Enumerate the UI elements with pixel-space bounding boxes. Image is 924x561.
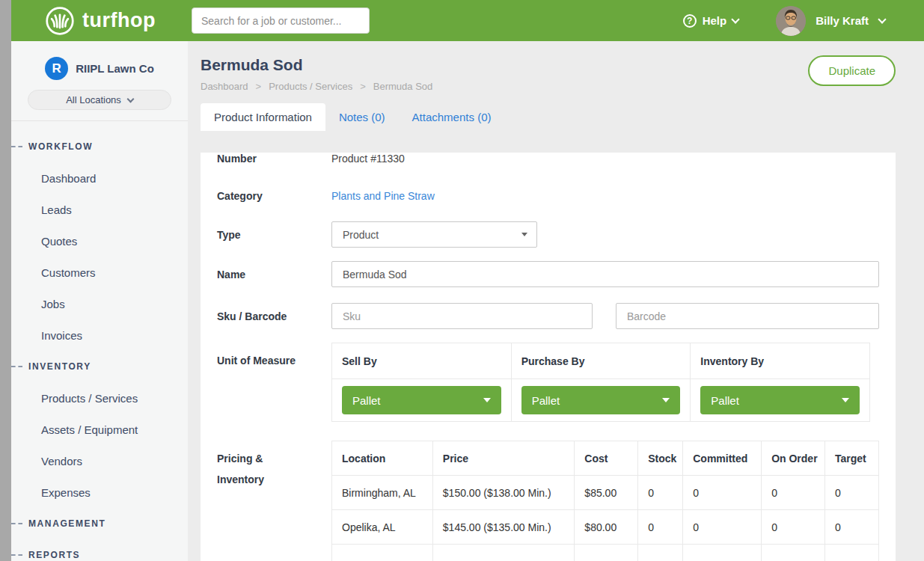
committed-cell: 0	[683, 510, 762, 545]
field-row-unit-of-measure: Unit of Measure Sell By Purchase By Inve…	[217, 343, 879, 422]
sidebar-divider	[11, 120, 188, 121]
target-cell	[825, 545, 879, 561]
target-cell: 0	[825, 510, 879, 545]
col-committed: Committed	[683, 441, 762, 476]
breadcrumb-dashboard[interactable]: Dashboard	[201, 81, 248, 92]
tab-notes[interactable]: Notes (0)	[325, 103, 399, 131]
section-label: WORKFLOW	[28, 141, 93, 152]
inventory-by-dropdown[interactable]: Pallet	[700, 386, 860, 414]
help-icon	[683, 14, 697, 28]
caret-down-icon	[521, 233, 527, 236]
field-row-pricing-inventory: Pricing & Inventory Location Price Cost …	[217, 441, 879, 561]
section-dash-icon	[11, 366, 22, 367]
uom-header-purchase-by: Purchase By	[511, 343, 691, 379]
unit-of-measure-table: Sell By Purchase By Inventory By Pallet …	[331, 343, 870, 422]
purchase-by-dropdown[interactable]: Pallet	[521, 386, 681, 414]
type-label: Type	[217, 229, 331, 241]
category-link[interactable]: Plants and Pine Straw	[331, 190, 435, 202]
sku-input[interactable]	[331, 303, 593, 329]
locations-dropdown[interactable]: All Locations	[28, 90, 171, 110]
sell-by-value: Pallet	[352, 394, 381, 407]
section-reports[interactable]: REPORTS	[11, 539, 188, 561]
cost-cell: $85.00	[575, 476, 638, 510]
company-logo: R	[45, 57, 68, 80]
breadcrumb-products-services[interactable]: Products / Services	[248, 81, 353, 92]
user-name[interactable]: Billy Kraft	[816, 14, 869, 27]
sidebar-item-vendors[interactable]: Vendors	[11, 445, 188, 476]
tab-product-information[interactable]: Product Information	[201, 103, 325, 131]
help-label: Help	[703, 14, 727, 27]
location-link[interactable]: Opelika, AL	[332, 510, 433, 545]
price-cell: $145.00 ($135.00 Min.)	[432, 510, 575, 545]
col-target: Target	[825, 441, 879, 476]
purchase-by-value: Pallet	[532, 394, 560, 407]
brand-wordmark: turfhop	[82, 9, 156, 32]
section-dash-icon	[11, 554, 22, 556]
caret-down-icon	[483, 398, 491, 402]
number-value: Product #11330	[331, 153, 405, 165]
barcode-input[interactable]	[616, 303, 879, 329]
sidebar-item-dashboard[interactable]: Dashboard	[11, 162, 188, 194]
section-label: INVENTORY	[28, 361, 91, 372]
sku-barcode-label: Sku / Barcode	[217, 310, 331, 322]
number-label: Number	[217, 153, 331, 165]
stock-cell: 0	[638, 510, 683, 545]
company-switcher[interactable]: R RIIPL Lawn Co	[11, 41, 188, 80]
product-information-panel: Number Product #11330 Category Plants an…	[201, 153, 896, 561]
chevron-down-icon	[126, 95, 134, 102]
on-order-cell: 0	[762, 510, 825, 545]
sidebar-item-leads[interactable]: Leads	[11, 194, 188, 225]
tab-bar: Product Information Notes (0) Attachment…	[201, 103, 924, 131]
global-search-input[interactable]	[192, 7, 370, 34]
cost-cell	[575, 545, 638, 561]
pricing-header-row: Location Price Cost Stock Committed On O…	[332, 441, 879, 476]
unit-of-measure-label: Unit of Measure	[217, 343, 331, 422]
committed-cell: 0	[683, 476, 762, 510]
stock-cell: 0	[638, 476, 683, 510]
name-input[interactable]	[331, 261, 879, 287]
location-link[interactable]: Birmingham, AL	[332, 476, 433, 510]
app-logo[interactable]: turfhop	[45, 6, 156, 36]
section-label: MANAGEMENT	[28, 518, 105, 529]
sidebar: R RIIPL Lawn Co All Locations WORKFLOW D…	[11, 41, 188, 561]
sell-by-dropdown[interactable]: Pallet	[342, 386, 501, 414]
field-row-name: Name	[217, 261, 879, 287]
main-content: Bermuda Sod Dashboard Products / Service…	[188, 41, 924, 561]
pricing-inventory-label: Pricing & Inventory	[217, 441, 331, 561]
sidebar-item-assets-equipment[interactable]: Assets / Equipment	[11, 414, 188, 445]
section-management[interactable]: MANAGEMENT	[11, 508, 188, 539]
breadcrumb-current: Bermuda Sod	[352, 81, 432, 92]
sidebar-item-jobs[interactable]: Jobs	[11, 288, 188, 319]
caret-down-icon	[842, 398, 849, 402]
sidebar-item-quotes[interactable]: Quotes	[11, 225, 188, 257]
stock-cell	[638, 545, 683, 561]
on-order-cell	[762, 545, 825, 561]
col-stock: Stock	[638, 441, 683, 476]
chevron-down-icon	[731, 15, 739, 23]
col-cost: Cost	[575, 441, 638, 476]
pricing-label-line1: Pricing &	[217, 448, 331, 469]
page-head: Bermuda Sod Dashboard Products / Service…	[188, 41, 924, 92]
type-select-value: Product	[343, 229, 379, 241]
type-select[interactable]: Product	[331, 221, 537, 248]
locations-label: All Locations	[66, 94, 121, 105]
section-inventory[interactable]: INVENTORY	[11, 351, 188, 382]
duplicate-button[interactable]: Duplicate	[808, 55, 896, 86]
sidebar-item-invoices[interactable]: Invoices	[11, 319, 188, 351]
tab-attachments[interactable]: Attachments (0)	[399, 103, 505, 131]
sidebar-item-products-services[interactable]: Products / Services	[11, 382, 188, 414]
section-workflow[interactable]: WORKFLOW	[11, 131, 188, 162]
section-dash-icon	[11, 523, 22, 524]
user-avatar[interactable]	[776, 6, 806, 36]
location-link[interactable]	[332, 545, 433, 561]
uom-header-inventory-by: Inventory By	[691, 343, 870, 379]
sidebar-item-expenses[interactable]: Expenses	[11, 476, 188, 508]
cost-cell: $80.00	[575, 510, 638, 545]
section-dash-icon	[11, 146, 22, 147]
help-menu[interactable]: Help	[683, 14, 739, 28]
user-menu-chevron-icon[interactable]	[878, 15, 886, 23]
field-row-sku-barcode: Sku / Barcode	[217, 303, 879, 329]
price-cell	[432, 545, 575, 561]
category-label: Category	[217, 190, 331, 202]
sidebar-item-customers[interactable]: Customers	[11, 257, 188, 288]
